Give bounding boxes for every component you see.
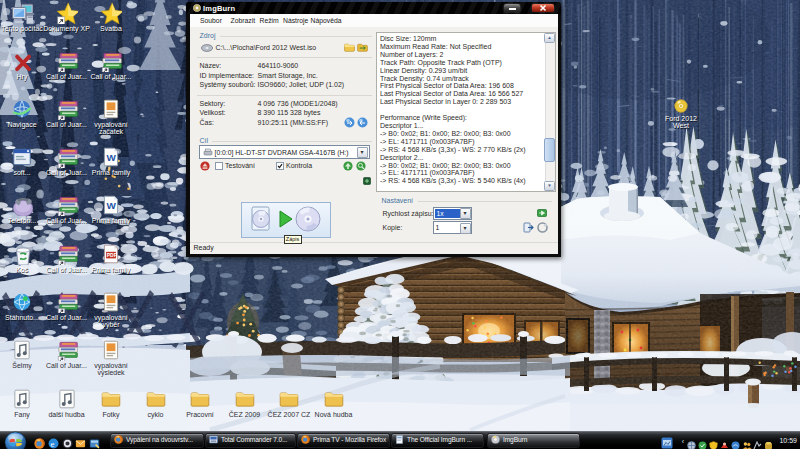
- svg-text:W: W: [107, 200, 117, 211]
- svg-text:PDF: PDF: [107, 253, 117, 258]
- svg-text:e: e: [50, 438, 54, 448]
- svg-text:W: W: [107, 152, 117, 163]
